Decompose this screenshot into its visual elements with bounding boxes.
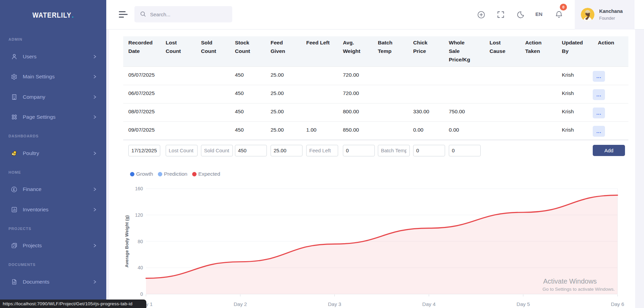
col-header-lost-cause[interactable]: Lost Cause (484, 36, 520, 66)
row-actions-button[interactable]: ... (593, 71, 605, 82)
cell-updated-by: Krish (557, 85, 593, 103)
notification-count-badge: 0 (560, 4, 567, 11)
recorded-date-input[interactable] (128, 145, 160, 156)
col-header-recorded-date[interactable]: Recorded Date (123, 36, 161, 66)
col-header-chick-price[interactable]: Chick Price (408, 36, 444, 66)
menu-section-documents: DOCUMENTS (0, 256, 106, 272)
sidebar-item-poultry[interactable]: Poultry (0, 143, 106, 163)
cell-feed-left (301, 85, 338, 103)
cell-stock-count: 450 (230, 103, 265, 121)
col-header-lost-count[interactable]: Lost Count (161, 36, 196, 66)
col-header-feed-left[interactable]: Feed Left (301, 36, 338, 66)
content-card: Recorded Date Lost Count Sold Count Stoc… (109, 30, 635, 308)
y-tick-label: 120 (135, 212, 143, 218)
cell-action-taken (520, 121, 557, 140)
cell-feed-left (301, 66, 338, 85)
notifications-bell-icon[interactable] (555, 11, 563, 19)
browser-status-bar: https://localhost:7090/WLF/Project/Get/1… (0, 300, 146, 308)
lost-count-input[interactable] (166, 145, 198, 156)
col-header-action-taken[interactable]: Action Taken (520, 36, 557, 66)
sidebar-item-users[interactable]: Users (0, 46, 106, 67)
cell-sold-count (196, 121, 230, 140)
sidebar-item-documents[interactable]: Documents (0, 272, 106, 292)
cell-batch-temp (373, 103, 408, 121)
chevron-right-icon (93, 95, 96, 99)
grid-dots-icon (11, 114, 17, 120)
col-header-action[interactable]: Action (593, 36, 628, 66)
table-header: Recorded Date Lost Count Sold Count Stoc… (123, 36, 628, 66)
user-role: Founder (599, 16, 615, 21)
stock-count-input[interactable] (235, 145, 267, 156)
cell-action: ... (593, 121, 628, 140)
language-selector[interactable]: EN (535, 11, 542, 17)
search-input[interactable] (150, 6, 228, 22)
pound-circle-icon (11, 186, 17, 193)
y-tick-label: 0 (140, 291, 143, 297)
chart-box-icon (11, 206, 17, 213)
row-actions-button[interactable]: ... (593, 126, 605, 137)
feed-left-input[interactable] (306, 145, 338, 156)
whole-sale-price-input[interactable] (449, 145, 481, 156)
sidebar-item-projects[interactable]: Projects (0, 236, 106, 256)
row-actions-button[interactable]: ... (593, 89, 605, 100)
cell-chick-price (408, 66, 444, 85)
sidebar-item-inventories[interactable]: Inventories (0, 199, 106, 220)
add-record-row: Add (123, 140, 628, 161)
dark-mode-moon-icon[interactable] (516, 11, 525, 19)
y-tick-label: 160 (135, 186, 143, 191)
cell-stock-count: 450 (230, 121, 265, 140)
x-tick-label: Day 4 (422, 301, 436, 307)
legend-item-prediction[interactable]: Prediction (158, 171, 187, 177)
col-header-stock-count[interactable]: Stock Count (230, 36, 265, 66)
cell-whole-sale-price: 750.00 (444, 103, 484, 121)
user-menu[interactable]: Kanchana Founder (575, 0, 634, 30)
sidebar-item-label: Poultry (23, 150, 39, 156)
sidebar-item-finance[interactable]: Finance (0, 179, 106, 200)
sidebar-item-main-settings[interactable]: Main Settings (0, 67, 106, 87)
x-tick-label: Day 2 (234, 301, 247, 307)
col-header-feed-given[interactable]: Feed Given (265, 36, 301, 66)
legend-item-growth[interactable]: Growth (130, 171, 153, 177)
cell-feed-given: 25.00 (265, 66, 301, 85)
fullscreen-icon[interactable] (497, 11, 505, 19)
sidebar-item-company[interactable]: Company (0, 87, 106, 107)
legend-item-expected[interactable]: Expected (192, 171, 220, 177)
cell-action: ... (593, 85, 628, 103)
batch-temp-input[interactable] (378, 145, 410, 156)
menu-section-home: HOME (0, 163, 106, 179)
cell-lost-cause (484, 103, 520, 121)
hamburger-menu-icon[interactable] (119, 11, 128, 18)
table-row: 08/07/2025 450 25.00 800.00 330.00 750.0… (123, 103, 628, 121)
cell-batch-temp (373, 66, 408, 85)
chick-price-input[interactable] (413, 145, 445, 156)
sidebar-item-page-settings[interactable]: Page Settings (0, 107, 106, 128)
chevron-right-icon (93, 280, 96, 284)
add-circle-icon[interactable] (477, 11, 485, 19)
brand-dot: . (72, 11, 74, 20)
cell-action-taken (520, 66, 557, 85)
feed-given-input[interactable] (271, 145, 302, 156)
y-axis-title: Average Body Weight (g) (124, 215, 129, 268)
row-actions-button[interactable]: ... (593, 108, 605, 118)
menu-section-dashboards: DASHBOARDS (0, 127, 106, 143)
growth-dot-icon (130, 172, 134, 176)
cell-lost-count (161, 66, 196, 85)
cell-updated-by: Krish (557, 103, 593, 121)
sidebar-item-label: Page Settings (23, 114, 56, 120)
chevron-right-icon (93, 75, 96, 78)
sold-count-input[interactable] (201, 145, 233, 156)
brand-logo[interactable]: WATERLILY. (0, 0, 106, 31)
col-header-whole-sale-price[interactable]: Whole Sale Price/Kg (444, 36, 484, 66)
col-header-batch-temp[interactable]: Batch Temp (373, 36, 408, 66)
add-button[interactable]: Add (593, 145, 625, 156)
cell-chick-price: 0.00 (408, 121, 444, 140)
avg-weight-input[interactable] (343, 145, 375, 156)
col-header-sold-count[interactable]: Sold Count (196, 36, 230, 66)
col-header-avg-weight[interactable]: Avg. Weight (338, 36, 373, 66)
table-row: 06/07/2025 450 25.00 720.00 Krish (123, 85, 628, 103)
activate-windows-hint: Go to Settings to activate Windows. (542, 287, 615, 292)
col-header-updated-by[interactable]: Updated By (557, 36, 593, 66)
cell-action: ... (593, 66, 628, 85)
avatar (581, 8, 594, 21)
expected-dot-icon (192, 172, 197, 176)
